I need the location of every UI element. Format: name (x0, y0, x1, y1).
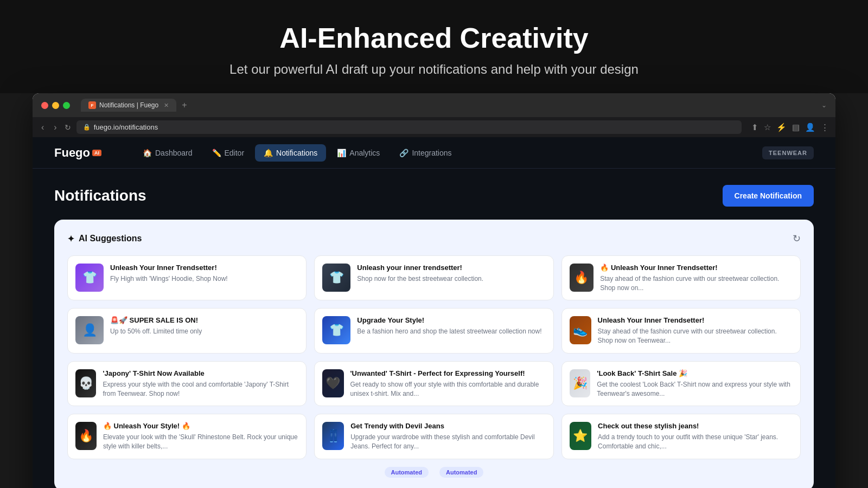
suggestion-card[interactable]: 💀'Japony' T-Shirt Now AvailableExpress y… (67, 361, 307, 406)
suggestion-card[interactable]: 👤🚨🚀 SUPER SALE IS ON!Up to 50% off. Limi… (67, 308, 307, 353)
browser-titlebar: F Notifications | Fuego ✕ + ⌄ (33, 93, 835, 117)
automated-badge-1: Automated (385, 467, 429, 478)
hero-section: AI-Enhanced Creativity Let our powerful … (0, 0, 868, 93)
suggestion-title: 'Unwanted' T-Shirt - Perfect for Express… (350, 369, 546, 378)
suggestion-desc: Stay ahead of the fashion curve with our… (598, 327, 793, 345)
suggestion-title: Get Trendy with Devil Jeans (350, 422, 545, 431)
suggestion-card[interactable]: 🖤'Unwanted' T-Shirt - Perfect for Expres… (314, 361, 553, 406)
tab-title: Notifications | Fuego (99, 101, 158, 109)
nav-dashboard[interactable]: 🏠 Dashboard (134, 144, 201, 162)
nav-dashboard-label: Dashboard (155, 149, 193, 157)
suggestion-text: 'Japony' T-Shirt Now AvailableExpress yo… (103, 369, 298, 398)
bookmark-icon[interactable]: ☆ (764, 123, 771, 132)
share-icon[interactable]: ⬆ (751, 123, 758, 132)
suggestion-title: 🚨🚀 SUPER SALE IS ON! (110, 316, 202, 325)
sparkle-icon: ✦ (67, 234, 74, 244)
suggestion-title: Unleash Your Inner Trendsetter! (598, 316, 793, 325)
app-container: FuegoAI 🏠 Dashboard ✏️ Editor 🔔 Notifica… (33, 137, 835, 488)
page-title: Notifications (54, 187, 146, 204)
suggestion-desc: Be a fashion hero and shop the latest st… (357, 327, 541, 336)
suggestion-card[interactable]: 👟Unleash Your Inner Trendsetter!Stay ahe… (561, 308, 801, 353)
nav-integrations[interactable]: 🔗 Integrations (391, 144, 460, 162)
suggestion-text: Upgrade Your Style!Be a fashion hero and… (357, 316, 541, 336)
browser-tab[interactable]: F Notifications | Fuego ✕ (81, 99, 176, 112)
new-tab-button[interactable]: + (178, 99, 190, 111)
suggestion-desc: Fly High with 'Wings' Hoodie, Shop Now! (110, 274, 228, 284)
suggestion-desc: Add a trendy touch to your outfit with t… (598, 433, 793, 451)
nav-notifications[interactable]: 🔔 Notifications (255, 144, 326, 162)
suggestion-card[interactable]: 👕Unleash Your Inner Trendsetter!Fly High… (67, 255, 307, 300)
back-button[interactable]: ‹ (39, 121, 46, 133)
browser-window: F Notifications | Fuego ✕ + ⌄ ‹ › ↻ 🔒 fu… (33, 93, 835, 488)
maximize-window-button[interactable] (63, 102, 70, 109)
url-bar[interactable]: 🔒 fuego.io/notifications (76, 120, 742, 134)
address-bar: ‹ › ↻ 🔒 fuego.io/notifications ⬆ ☆ ⚡ ▤ 👤… (33, 117, 835, 137)
suggestion-desc: Stay ahead of the fashion curve with our… (600, 274, 793, 293)
nav-editor[interactable]: ✏️ Editor (203, 144, 253, 162)
menu-icon[interactable]: ⋮ (821, 123, 829, 132)
suggestion-card[interactable]: 🎉'Look Back' T-Shirt Sale 🎉Get the coole… (561, 361, 801, 406)
nav-editor-label: Editor (225, 149, 245, 157)
create-notification-button[interactable]: Create Notification (723, 185, 814, 207)
suggestion-text: 'Unwanted' T-Shirt - Perfect for Express… (350, 369, 546, 398)
suggestion-desc: Express your style with the cool and com… (103, 380, 298, 399)
suggestion-image: ⭐ (570, 422, 591, 450)
suggestion-desc: Get ready to show off your style with th… (350, 380, 546, 399)
profile-icon[interactable]: 👤 (805, 123, 815, 132)
ai-panel-header: ✦ AI Suggestions ↻ (67, 233, 801, 245)
page-header: Notifications Create Notification (54, 185, 814, 207)
suggestion-card[interactable]: 👖Get Trendy with Devil JeansUpgrade your… (314, 414, 553, 459)
lock-icon: 🔒 (83, 124, 91, 131)
logo-badge: AI (92, 150, 101, 156)
suggestion-card[interactable]: 🔥🔥 Unleash Your Inner Trendsetter!Stay a… (561, 255, 801, 300)
suggestion-title: Upgrade Your Style! (357, 316, 541, 325)
suggestion-desc: Get the coolest 'Look Back' T-Shirt now … (597, 380, 793, 399)
nav-integrations-label: Integrations (412, 149, 451, 157)
suggestion-image: 👟 (570, 316, 591, 344)
suggestion-text: Unleash your inner trendsetter!Shop now … (357, 264, 483, 284)
tab-favicon: F (88, 101, 96, 109)
suggestion-title: Unleash your inner trendsetter! (357, 264, 483, 273)
automated-badge-2: Automated (439, 467, 483, 478)
suggestion-grid: 👕Unleash Your Inner Trendsetter!Fly High… (67, 255, 801, 459)
suggestion-image: 👤 (75, 316, 104, 344)
analytics-icon: 📊 (337, 149, 346, 157)
reload-button[interactable]: ↻ (65, 123, 71, 132)
suggestion-card[interactable]: 👕Unleash your inner trendsetter!Shop now… (314, 255, 553, 300)
suggestion-title: 'Look Back' T-Shirt Sale 🎉 (597, 369, 793, 378)
suggestion-image: 👕 (75, 264, 104, 292)
logo-text: Fuego (54, 146, 90, 160)
suggestion-desc: Up to 50% off. Limited time only (110, 327, 202, 336)
ai-panel-title-text: AI Suggestions (79, 234, 142, 243)
hero-subtitle: Let our powerful AI draft up your notifi… (11, 62, 857, 77)
suggestion-card[interactable]: 👕Upgrade Your Style!Be a fashion hero an… (314, 308, 553, 353)
dashboard-icon: 🏠 (143, 149, 152, 157)
forward-button[interactable]: › (52, 121, 59, 133)
close-window-button[interactable] (41, 102, 48, 109)
suggestion-title: 🔥 Unleash Your Inner Trendsetter! (600, 264, 793, 273)
nav-analytics[interactable]: 📊 Analytics (328, 144, 388, 162)
main-content: Notifications Create Notification ✦ AI S… (33, 169, 835, 488)
store-badge: TEENWEAR (762, 146, 814, 159)
suggestion-image: 👖 (322, 422, 344, 450)
logo[interactable]: FuegoAI (54, 146, 101, 160)
suggestion-title: 'Japony' T-Shirt Now Available (103, 369, 298, 378)
url-text: fuego.io/notifications (94, 123, 158, 131)
suggestion-card[interactable]: ⭐Check out these stylish jeans!Add a tre… (561, 414, 801, 459)
top-navigation: FuegoAI 🏠 Dashboard ✏️ Editor 🔔 Notifica… (33, 137, 835, 169)
suggestion-desc: Upgrade your wardrobe with these stylish… (350, 433, 545, 451)
tab-close-button[interactable]: ✕ (164, 102, 169, 109)
ai-panel-title: ✦ AI Suggestions (67, 234, 142, 244)
extensions-icon[interactable]: ⚡ (776, 123, 787, 132)
suggestion-image: 🎉 (570, 369, 591, 397)
suggestion-card[interactable]: 🔥🔥 Unleash Your Style! 🔥Elevate your loo… (67, 414, 307, 459)
suggestion-title: Check out these stylish jeans! (598, 422, 793, 431)
minimize-window-button[interactable] (52, 102, 59, 109)
nav-notifications-label: Notifications (276, 149, 317, 157)
sidebar-icon[interactable]: ▤ (792, 123, 800, 132)
refresh-button[interactable]: ↻ (793, 233, 801, 245)
editor-icon: ✏️ (212, 149, 221, 157)
tab-chevron-icon: ⌄ (821, 101, 827, 109)
ai-suggestions-panel: ✦ AI Suggestions ↻ 👕Unleash Your Inner T… (54, 220, 814, 488)
suggestion-text: Unleash Your Inner Trendsetter!Fly High … (110, 264, 228, 284)
